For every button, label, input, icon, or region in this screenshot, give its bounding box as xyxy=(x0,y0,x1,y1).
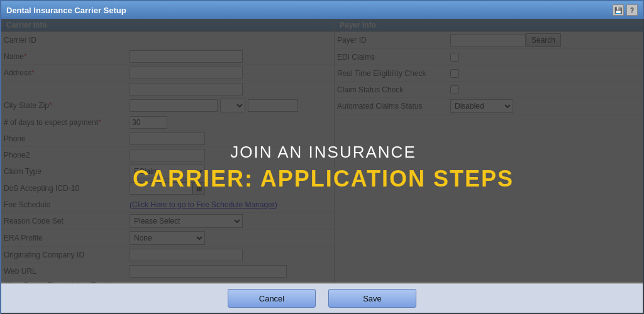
button-bar: Cancel Save xyxy=(1,283,643,313)
overlay-line1: JOIN AN INSURANCE xyxy=(230,143,416,162)
main-window: Dental Insurance Carrier Setup 💾 ? JOIN … xyxy=(0,0,644,314)
overlay: JOIN AN INSURANCE CARRIER: APPLICATION S… xyxy=(1,19,644,314)
overlay-line2: CARRIER: APPLICATION STEPS xyxy=(133,166,514,192)
save-button[interactable]: Save xyxy=(328,289,416,308)
help-icon[interactable]: ? xyxy=(626,4,638,16)
title-bar-icons: 💾 ? xyxy=(613,4,638,16)
window-title: Dental Insurance Carrier Setup xyxy=(6,6,126,15)
save-icon[interactable]: 💾 xyxy=(613,4,624,16)
cancel-button[interactable]: Cancel xyxy=(228,289,316,308)
title-bar: Dental Insurance Carrier Setup 💾 ? xyxy=(1,1,643,19)
